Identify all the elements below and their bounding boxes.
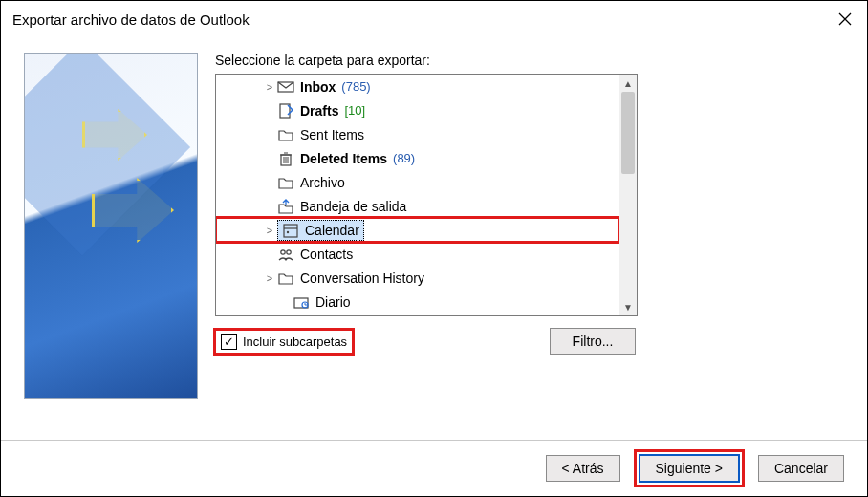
tree-item-label: Archivo	[300, 175, 345, 190]
outbox-icon	[277, 198, 294, 215]
expand-chevron-icon[interactable]: >	[262, 225, 277, 236]
cancel-button[interactable]: Cancelar	[758, 455, 844, 482]
checkbox-icon: ✓	[221, 334, 237, 350]
expand-chevron-icon[interactable]: >	[262, 272, 277, 284]
tree-item-label: Inbox	[300, 79, 336, 95]
tree-item[interactable]: Bandeja de salida	[216, 194, 619, 218]
include-subfolders-checkbox[interactable]: ✓ Incluir subcarpetas	[215, 330, 353, 354]
svg-rect-3	[284, 225, 297, 237]
export-dialog: Exportar archivo de datos de Outlook Sel…	[0, 0, 868, 497]
tree-item[interactable]: Sent Items	[216, 122, 619, 146]
wizard-graphic	[24, 53, 198, 399]
tree-item-count: [10]	[344, 103, 365, 118]
back-button[interactable]: < Atrás	[546, 455, 620, 482]
svg-point-5	[281, 249, 285, 253]
folder-icon	[277, 270, 294, 287]
tree-item-count: (785)	[341, 79, 370, 94]
folder-icon	[277, 174, 294, 191]
next-button-highlight: Siguiente >	[634, 449, 745, 487]
calendar-icon	[282, 222, 299, 239]
expand-chevron-icon[interactable]: >	[262, 81, 277, 93]
tree-item[interactable]: Deleted Items(89)	[216, 146, 619, 170]
next-button[interactable]: Siguiente >	[639, 454, 740, 483]
include-subfolders-label: Incluir subcarpetas	[243, 335, 347, 349]
tree-item-label: Conversation History	[300, 270, 424, 286]
tree-item[interactable]: >Calendar	[216, 218, 619, 242]
svg-point-4	[287, 230, 289, 232]
trash-icon	[277, 150, 294, 167]
close-button[interactable]	[823, 1, 867, 37]
tree-item-label: Contacts	[300, 247, 353, 262]
tree-item-count: (89)	[393, 151, 415, 165]
dialog-footer: < Atrás Siguiente > Cancelar	[1, 440, 867, 496]
scroll-track[interactable]	[619, 92, 637, 298]
draft-icon	[277, 102, 294, 119]
tree-item-label: Drafts	[300, 103, 338, 119]
tree-item[interactable]: >Inbox(785)	[216, 75, 619, 98]
titlebar: Exportar archivo de datos de Outlook	[1, 1, 867, 37]
tree-item-label: Diario	[315, 294, 351, 310]
tree-item[interactable]: >Conversation History	[216, 266, 619, 290]
tree-item[interactable]: Diario	[216, 290, 619, 313]
window-title: Exportar archivo de datos de Outlook	[12, 11, 250, 28]
scrollbar[interactable]: ▲ ▼	[619, 75, 637, 315]
journal-icon	[293, 293, 310, 311]
tree-item[interactable]: Elementos detectados	[216, 313, 619, 315]
tree-item[interactable]: Archivo	[216, 170, 619, 194]
scroll-down-icon[interactable]: ▼	[619, 298, 637, 315]
svg-rect-7	[294, 298, 308, 308]
tree-item-label: Bandeja de salida	[300, 199, 406, 214]
tree-item[interactable]: Drafts[10]	[216, 98, 619, 122]
tree-item-label: Calendar	[305, 223, 359, 238]
folder-icon	[277, 126, 294, 143]
folder-tree[interactable]: >Inbox(785)Drafts[10]Sent ItemsDeleted I…	[215, 74, 638, 316]
scroll-thumb[interactable]	[621, 92, 635, 174]
scroll-up-icon[interactable]: ▲	[619, 75, 637, 92]
select-folder-label: Seleccione la carpeta para exportar:	[215, 53, 844, 68]
close-icon	[838, 12, 852, 26]
svg-point-6	[287, 249, 291, 253]
mail-icon	[277, 78, 294, 96]
tree-item-label: Deleted Items	[300, 151, 387, 166]
tree-item-label: Sent Items	[300, 127, 364, 142]
tree-item[interactable]: Contacts	[216, 242, 619, 266]
contacts-icon	[277, 246, 294, 263]
filter-button[interactable]: Filtro...	[550, 328, 636, 355]
